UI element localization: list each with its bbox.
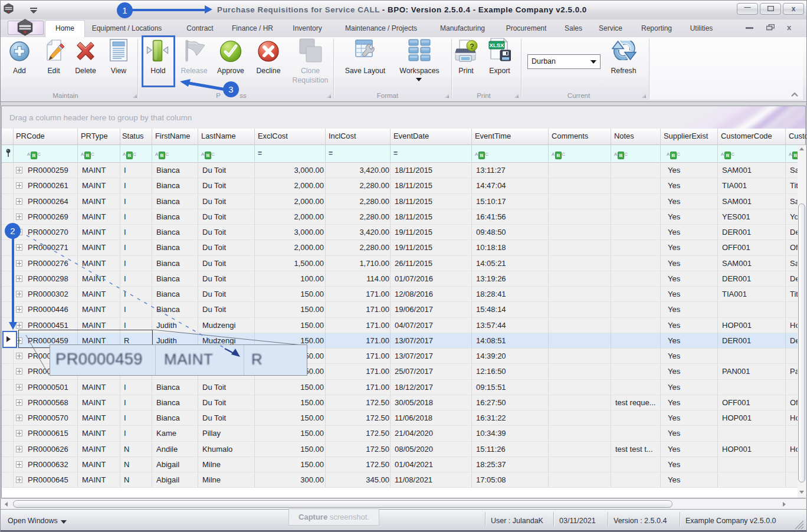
svg-text:?: ? bbox=[470, 42, 474, 51]
svg-text:XLSX: XLSX bbox=[490, 42, 504, 48]
